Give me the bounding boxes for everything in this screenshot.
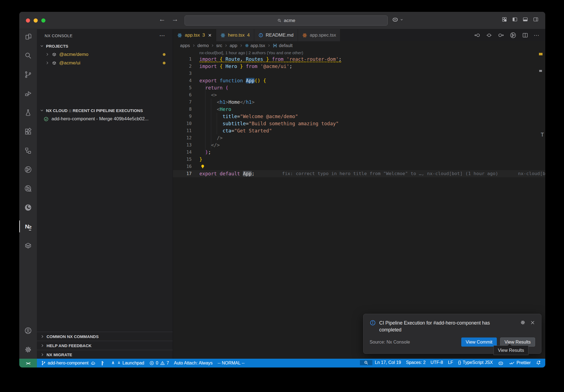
close-tab-icon[interactable]: ✕ [208, 33, 212, 38]
code-line-11[interactable]: 11 cta="Get Started" [173, 127, 545, 134]
encoding-status-item[interactable]: UTF-8 [428, 360, 445, 365]
editor-more-actions-icon[interactable]: ⋯ [534, 32, 539, 39]
project-item-@acme/demo[interactable]: @acme/demo [37, 50, 173, 59]
code-line-2[interactable]: 2import { Hero } from '@acme/ui'; [173, 63, 545, 70]
gitlens-current-icon[interactable] [486, 32, 492, 39]
more-actions-icon[interactable]: ⋯ [159, 32, 165, 39]
project-hierarchy-icon[interactable] [19, 141, 37, 160]
breadcrumb-item-app.tsx[interactable]: app.tsx [245, 43, 265, 48]
edge-tools-icon[interactable] [19, 198, 37, 217]
lightbulb-icon[interactable] [200, 164, 205, 169]
code-line-16[interactable]: 16 [173, 163, 545, 170]
section-header-help-and-feedback[interactable]: HELP AND FEEDBACK [37, 341, 173, 350]
commit-graph-status-icon[interactable] [98, 359, 108, 368]
toggle-panel-bottom-icon[interactable] [522, 17, 528, 22]
line-number: 13 [173, 141, 199, 149]
breadcrumb-item-demo[interactable]: demo [197, 43, 209, 48]
code-line-10[interactable]: 10 subtitle="Build something amazing tod… [173, 120, 545, 127]
extensions-icon[interactable] [19, 122, 37, 141]
vim-mode-status-item[interactable]: -- NORMAL -- [215, 359, 247, 368]
toggle-panel-left-icon[interactable] [512, 17, 518, 22]
git-graph-icon[interactable] [19, 160, 37, 179]
code-line-9[interactable]: 9 title="Welcome @acme/demo" [173, 113, 545, 120]
info-icon [258, 33, 263, 38]
git-graph-view-icon[interactable] [509, 32, 517, 39]
breadcrumb-item-default[interactable]: default [273, 43, 293, 48]
code-line-7[interactable]: 7 <h1>Home</h1> [173, 99, 545, 106]
auto-attach-status-item[interactable]: Auto Attach: Always [172, 359, 215, 368]
copilot-menu[interactable] [392, 16, 403, 23]
settings-gear-icon[interactable] [19, 340, 37, 359]
code-line-6[interactable]: 6 <> [173, 91, 545, 99]
tab-hero.tsx[interactable]: hero.tsx4 [216, 29, 254, 41]
gitlens-search-icon[interactable] [19, 179, 37, 198]
pipeline-execution-item[interactable]: add-hero-component - Merge 409b44e5cb02.… [37, 115, 173, 123]
breadcrumb-item-app[interactable]: app [230, 43, 237, 48]
run-and-debug-icon[interactable] [19, 84, 37, 103]
history-forward-button[interactable]: → [172, 15, 178, 23]
cursor-position-status-item[interactable]: Ln 17, Col 19 [372, 360, 403, 365]
minimize-window-button[interactable] [34, 18, 38, 23]
zoom-status-item[interactable] [360, 360, 372, 365]
line-number: 11 [173, 127, 199, 134]
search-view-icon[interactable] [19, 46, 37, 65]
split-editor-icon[interactable] [522, 32, 528, 39]
gitlens-back-icon[interactable] [474, 32, 481, 39]
history-back-button[interactable]: ← [159, 15, 166, 23]
section-header-nx-migrate[interactable]: NX MIGRATE [37, 350, 173, 359]
problems-status-item[interactable]: 0 7 [147, 359, 172, 368]
tab-bar: app.tsx3✕hero.tsx4README.mdapp.spec.tsx [173, 29, 545, 41]
tab-app.tsx[interactable]: app.tsx3✕ [173, 29, 216, 41]
branch-status-item[interactable]: add-hero-component [39, 359, 98, 368]
branch-icon [41, 361, 46, 366]
code-line-5[interactable]: 5 return ( [173, 84, 545, 91]
language-status-item[interactable]: {} TypeScript JSX [455, 360, 495, 365]
breadcrumb-item-src[interactable]: src [216, 43, 222, 48]
code-line-12[interactable]: 12 /> [173, 134, 545, 141]
code-line-14[interactable]: 14 ); [173, 149, 545, 156]
chevron-down-icon [40, 44, 44, 48]
tab-problem-badge: 3 [202, 32, 205, 38]
copilot-status-icon[interactable] [495, 360, 506, 366]
breadcrumb-item-apps[interactable]: apps [180, 43, 190, 48]
projects-section-header[interactable]: PROJECTS [37, 42, 173, 50]
testing-icon[interactable] [19, 103, 37, 122]
code-line-4[interactable]: 4export function App() { [173, 77, 545, 84]
react-orange-icon [302, 33, 307, 38]
code-line-1[interactable]: 1import { Route, Routes } from 'react-ro… [173, 56, 545, 63]
project-item-@acme/ui[interactable]: @acme/ui [37, 59, 173, 67]
view-results-button[interactable]: View Results [500, 337, 535, 347]
view-commit-button[interactable]: View Commit [461, 337, 497, 347]
section-header-common-nx-commands[interactable]: COMMON NX COMMANDS [37, 332, 173, 341]
containers-icon[interactable] [19, 236, 37, 255]
customize-layout-icon[interactable] [501, 17, 507, 22]
line-number: 7 [173, 99, 199, 106]
launchpad-status-item[interactable]: Launchpad [108, 359, 147, 368]
nx-console-icon[interactable]: N≥ [19, 217, 37, 236]
chevron-right-icon [40, 344, 44, 348]
notifications-bell-icon[interactable] [533, 360, 544, 366]
code-line-3[interactable]: 3 [173, 70, 545, 77]
prettier-status-item[interactable]: Prettier [506, 360, 533, 366]
notification-close-icon[interactable] [530, 320, 535, 325]
notification-settings-gear-icon[interactable] [520, 320, 526, 325]
nx-cloud-section-header[interactable]: NX CLOUD :: RECENT CI PIPELINE EXECUTION… [37, 106, 173, 115]
indentation-status-item[interactable]: Spaces: 2 [403, 360, 428, 365]
code-line-15[interactable]: 15} [173, 156, 545, 163]
source-control-icon[interactable] [19, 65, 37, 84]
command-center-search[interactable]: acme [185, 15, 388, 26]
react-icon [245, 43, 249, 48]
code-line-17[interactable]: 17export default App;fix: correct typo i… [173, 170, 545, 177]
code-line-13[interactable]: 13 </> [173, 141, 545, 149]
eol-status-item[interactable]: LF [446, 360, 456, 365]
close-window-button[interactable] [26, 18, 30, 23]
remote-indicator[interactable]: >< [19, 359, 37, 368]
gitlens-forward-icon[interactable] [498, 32, 504, 39]
explorer-icon[interactable] [19, 27, 37, 46]
code-line-8[interactable]: 8 <Hero [173, 106, 545, 113]
toggle-panel-right-icon[interactable] [533, 17, 539, 22]
tab-app.spec.tsx[interactable]: app.spec.tsx [298, 29, 340, 41]
zoom-window-button[interactable] [41, 18, 45, 23]
tab-README.md[interactable]: README.md [254, 29, 298, 41]
accounts-icon[interactable] [19, 321, 37, 340]
